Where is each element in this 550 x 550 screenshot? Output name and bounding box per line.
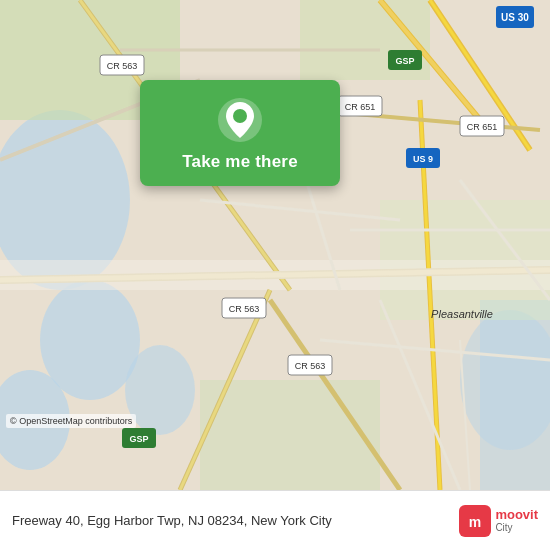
svg-text:Pleasantville: Pleasantville [431,308,493,320]
map-area[interactable]: US 30 GSP CR 563 CR 651 CR 651 US 9 CR 5… [0,0,550,490]
bottom-bar: Freeway 40, Egg Harbor Twp, NJ 08234, Ne… [0,490,550,550]
svg-text:m: m [469,514,481,530]
svg-text:GSP: GSP [129,434,148,444]
osm-attribution: © OpenStreetMap contributors [6,414,136,428]
map-pin-icon [216,96,264,144]
svg-text:CR 563: CR 563 [107,61,138,71]
svg-text:CR 563: CR 563 [295,361,326,371]
svg-text:US 9: US 9 [413,154,433,164]
svg-point-55 [233,109,247,123]
svg-text:CR 563: CR 563 [229,304,260,314]
moovit-city: City [495,522,538,533]
svg-text:CR 651: CR 651 [345,102,376,112]
moovit-logo: m moovit City [459,505,538,537]
address-label: Freeway 40, Egg Harbor Twp, NJ 08234, Ne… [12,513,459,528]
svg-rect-9 [200,380,380,490]
location-card[interactable]: Take me there [140,80,340,186]
svg-text:US 30: US 30 [501,12,529,23]
take-me-there-button[interactable]: Take me there [182,152,298,172]
svg-text:CR 651: CR 651 [467,122,498,132]
svg-text:GSP: GSP [395,56,414,66]
moovit-brand-name: moovit [495,508,538,522]
moovit-icon: m [459,505,491,537]
